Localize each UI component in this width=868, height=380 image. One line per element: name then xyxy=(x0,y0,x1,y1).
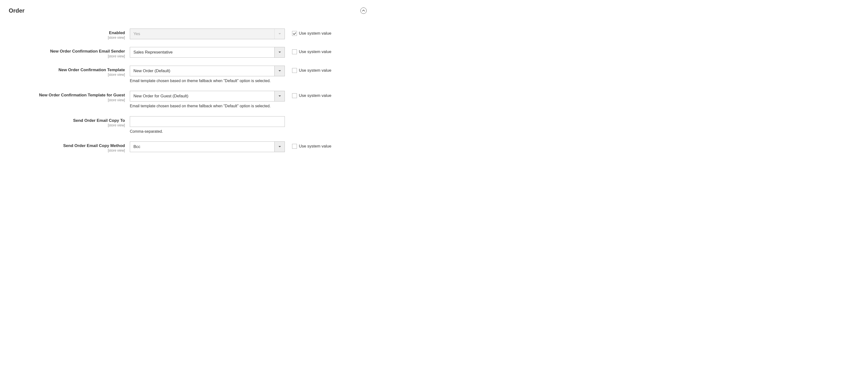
copy-method-select[interactable]: Bcc xyxy=(130,141,285,152)
section-header: Order xyxy=(9,7,369,14)
field-row-sender: New Order Confirmation Email Sender [sto… xyxy=(9,47,369,58)
template-select[interactable]: New Order (Default) xyxy=(130,66,285,76)
select-value: New Order for Guest (Default) xyxy=(130,91,274,101)
use-system-col: Use system value xyxy=(285,66,331,73)
field-scope: [store view] xyxy=(9,148,125,153)
template-guest-select[interactable]: New Order for Guest (Default) xyxy=(130,91,285,101)
field-label-col: Enabled [store view] xyxy=(9,29,130,40)
copy-to-input[interactable] xyxy=(130,116,285,127)
use-system-checkbox-sender[interactable] xyxy=(292,50,297,54)
field-label-col: New Order Confirmation Email Sender [sto… xyxy=(9,47,130,58)
select-value: Yes xyxy=(130,29,274,39)
section-title: Order xyxy=(9,7,25,14)
caret-down-icon xyxy=(278,95,281,97)
use-system-col: Use system value xyxy=(285,29,331,36)
collapse-section-button[interactable] xyxy=(361,7,367,14)
use-system-label: Use system value xyxy=(299,144,331,149)
field-scope: [store view] xyxy=(9,72,125,77)
use-system-checkbox-template-guest[interactable] xyxy=(292,93,297,98)
field-control-col: Sales Representative xyxy=(130,47,285,58)
field-scope: [store view] xyxy=(9,98,125,102)
caret-down-icon xyxy=(278,146,281,148)
field-label: New Order Confirmation Template xyxy=(9,67,125,72)
field-scope: [store view] xyxy=(9,54,125,58)
field-row-copy-method: Send Order Email Copy Method [store view… xyxy=(9,141,369,153)
select-value: New Order (Default) xyxy=(130,66,274,76)
caret-down-icon xyxy=(278,51,281,53)
field-scope: [store view] xyxy=(9,35,125,40)
field-label-col: Send Order Email Copy Method [store view… xyxy=(9,141,130,153)
field-label: Send Order Email Copy Method xyxy=(9,143,125,148)
select-arrow xyxy=(274,142,285,152)
select-arrow xyxy=(274,29,285,39)
field-label: New Order Confirmation Email Sender xyxy=(9,49,125,54)
use-system-checkbox-enabled[interactable] xyxy=(292,31,297,36)
use-system-col: Use system value xyxy=(285,91,331,98)
use-system-label: Use system value xyxy=(299,68,331,73)
field-note: Comma-separated. xyxy=(130,129,285,134)
field-control-col: New Order for Guest (Default) Email temp… xyxy=(130,91,285,109)
field-note: Email template chosen based on theme fal… xyxy=(130,103,285,109)
field-label-col: Send Order Email Copy To [store view] xyxy=(9,116,130,127)
select-arrow xyxy=(274,66,285,76)
field-label: Send Order Email Copy To xyxy=(9,118,125,123)
field-row-template-guest: New Order Confirmation Template for Gues… xyxy=(9,91,369,109)
field-label: Enabled xyxy=(9,30,125,35)
use-system-label: Use system value xyxy=(299,31,331,36)
use-system-checkbox-template[interactable] xyxy=(292,68,297,73)
field-control-col: Comma-separated. xyxy=(130,116,285,134)
field-row-template: New Order Confirmation Template [store v… xyxy=(9,66,369,84)
field-row-enabled: Enabled [store view] Yes Use system valu… xyxy=(9,29,369,40)
field-label-col: New Order Confirmation Template for Gues… xyxy=(9,91,130,102)
field-label-col: New Order Confirmation Template [store v… xyxy=(9,66,130,77)
use-system-label: Use system value xyxy=(299,50,331,54)
select-value: Sales Representative xyxy=(130,47,274,57)
field-control-col: Yes xyxy=(130,29,285,39)
use-system-label: Use system value xyxy=(299,93,331,98)
field-row-copy-to: Send Order Email Copy To [store view] Co… xyxy=(9,116,369,134)
field-scope: [store view] xyxy=(9,123,125,127)
field-control-col: New Order (Default) Email template chose… xyxy=(130,66,285,84)
use-system-col: Use system value xyxy=(285,47,331,54)
caret-down-icon xyxy=(278,33,281,35)
sender-select[interactable]: Sales Representative xyxy=(130,47,285,58)
select-arrow xyxy=(274,47,285,57)
use-system-col xyxy=(285,116,292,119)
field-note: Email template chosen based on theme fal… xyxy=(130,78,285,84)
caret-down-icon xyxy=(278,70,281,72)
use-system-col: Use system value xyxy=(285,141,331,149)
field-control-col: Bcc xyxy=(130,141,285,152)
chevron-up-icon xyxy=(362,10,365,12)
enabled-select: Yes xyxy=(130,29,285,39)
select-arrow xyxy=(274,91,285,101)
field-label: New Order Confirmation Template for Gues… xyxy=(9,93,125,98)
select-value: Bcc xyxy=(130,142,274,152)
use-system-checkbox-copy-method[interactable] xyxy=(292,144,297,149)
